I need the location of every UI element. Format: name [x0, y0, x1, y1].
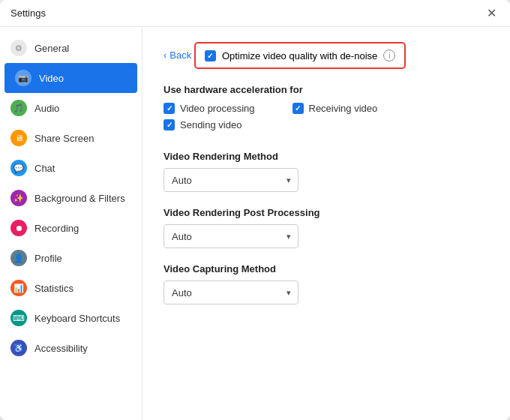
capturing-method-select[interactable]: Auto Direct3D11 Direct3D9 OpenGL — [164, 280, 298, 304]
rendering-method-label: Video Rendering Method — [164, 151, 489, 162]
hw-video-processing-checkbox[interactable]: ✓ — [164, 103, 175, 114]
back-label: Back — [170, 50, 191, 61]
capturing-method-section: Video Capturing Method Auto Direct3D11 D… — [164, 263, 489, 304]
sidebar-item-label-accessibility: Accessibility — [34, 343, 88, 354]
sidebar-item-statistics[interactable]: 📊Statistics — [0, 273, 142, 303]
chat-icon: 💬 — [10, 160, 27, 176]
sidebar-item-label-audio: Audio — [34, 103, 59, 114]
optimize-checkbox[interactable]: ✓ — [205, 50, 216, 62]
titlebar: Settings ✕ — [0, 0, 510, 27]
hw-receiving-video-checkbox[interactable]: ✓ — [292, 103, 304, 114]
sidebar-item-general[interactable]: ⚙General — [0, 33, 142, 63]
video-icon: 📷 — [15, 70, 32, 86]
sidebar-item-background[interactable]: ✨Background & Filters — [0, 183, 142, 213]
rendering-method-wrapper: Auto Direct3D11 Direct3D9 OpenGL ▾ — [164, 168, 298, 192]
hw-sending-video-label: Sending video — [180, 119, 242, 130]
optimize-box: ✓ Optimize video quality with de-noise i — [194, 42, 406, 69]
settings-window: Settings ✕ ⚙General📷Video🎵Audio🖥Share Sc… — [0, 0, 510, 420]
sidebar-item-label-keyboard: Keyboard Shortcuts — [34, 313, 120, 324]
capturing-method-label: Video Capturing Method — [164, 263, 489, 274]
rendering-post-wrapper: Auto Direct3D11 Direct3D9 OpenGL ▾ — [164, 224, 298, 248]
rendering-method-select[interactable]: Auto Direct3D11 Direct3D9 OpenGL — [164, 168, 298, 192]
optimize-info-icon[interactable]: i — [383, 50, 395, 62]
sidebar-item-audio[interactable]: 🎵Audio — [0, 93, 142, 123]
stats-icon: 📊 — [10, 280, 27, 296]
sidebar-item-label-chat: Chat — [34, 163, 55, 174]
rendering-method-section: Video Rendering Method Auto Direct3D11 D… — [164, 151, 489, 192]
optimize-checkmark: ✓ — [207, 52, 213, 60]
sidebar-item-recording[interactable]: ⏺Recording — [0, 213, 142, 243]
sidebar-item-label-recording: Recording — [34, 223, 79, 234]
main-panel: ‹ Back ✓ Optimize video quality with de-… — [142, 27, 510, 420]
hw-receiving-video-label: Receiving video — [309, 103, 378, 114]
sidebar-item-video[interactable]: 📷Video — [4, 63, 137, 93]
sidebar-item-label-general: General — [34, 43, 69, 54]
audio-icon: 🎵 — [10, 100, 27, 116]
hw-video-processing-row: ✓ Video processing — [164, 103, 255, 114]
back-arrow: ‹ — [164, 50, 166, 61]
profile-icon: 👤 — [10, 250, 27, 266]
general-icon: ⚙ — [10, 40, 27, 56]
hw-accel-section: Use hardware acceleration for ✓ Video pr… — [164, 84, 489, 136]
hw-video-processing-label: Video processing — [180, 103, 255, 114]
sidebar-item-label-profile: Profile — [34, 253, 62, 264]
hw-accel-heading: Use hardware acceleration for — [164, 84, 489, 95]
sidebar-item-keyboard[interactable]: ⌨Keyboard Shortcuts — [0, 303, 142, 333]
capturing-method-wrapper: Auto Direct3D11 Direct3D9 OpenGL ▾ — [164, 280, 298, 304]
hw-receiving-video-row: ✓ Receiving video — [292, 103, 378, 114]
sidebar-item-label-video: Video — [39, 73, 64, 84]
access-icon: ♿ — [10, 340, 27, 356]
sidebar-item-label-statistics: Statistics — [34, 283, 74, 294]
hw-sending-video-checkbox[interactable]: ✓ — [164, 119, 175, 130]
sidebar-item-chat[interactable]: 💬Chat — [0, 153, 142, 183]
sidebar: ⚙General📷Video🎵Audio🖥Share Screen💬Chat✨B… — [0, 27, 142, 420]
hw-sending-video-row: ✓ Sending video — [164, 119, 255, 130]
sidebar-item-share-screen[interactable]: 🖥Share Screen — [0, 123, 142, 153]
sidebar-item-label-background: Background & Filters — [34, 193, 125, 204]
keys-icon: ⌨ — [10, 310, 27, 326]
sidebar-item-accessibility[interactable]: ♿Accessibility — [0, 333, 142, 363]
sidebar-item-label-share-screen: Share Screen — [34, 133, 94, 144]
rendering-post-section: Video Rendering Post Processing Auto Dir… — [164, 207, 489, 248]
screen-icon: 🖥 — [10, 130, 27, 146]
back-link[interactable]: ‹ Back — [164, 50, 191, 61]
window-title: Settings — [10, 8, 46, 19]
rendering-post-label: Video Rendering Post Processing — [164, 207, 489, 218]
main-content: ⚙General📷Video🎵Audio🖥Share Screen💬Chat✨B… — [0, 27, 510, 420]
close-button[interactable]: ✕ — [484, 6, 500, 21]
sidebar-item-profile[interactable]: 👤Profile — [0, 243, 142, 273]
rec-icon: ⏺ — [10, 220, 27, 236]
bg-icon: ✨ — [10, 190, 27, 206]
optimize-label: Optimize video quality with de-noise — [222, 50, 377, 62]
rendering-post-select[interactable]: Auto Direct3D11 Direct3D9 OpenGL — [164, 224, 298, 248]
